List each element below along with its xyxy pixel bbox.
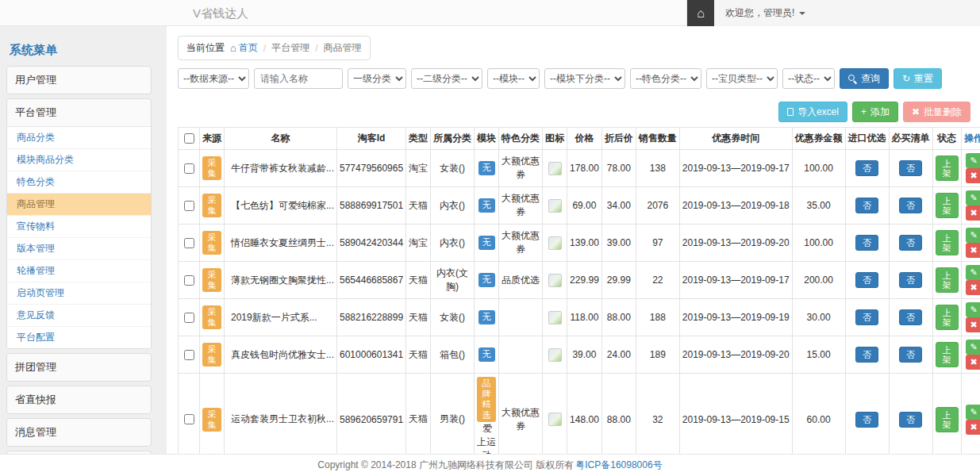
special-category-select[interactable]: --特色分类--	[630, 68, 701, 89]
sidebar-item[interactable]: 商品分类	[7, 127, 151, 149]
source-badge: 采集	[202, 343, 221, 367]
user-menu[interactable]: 欢迎您，管理员!	[714, 0, 805, 26]
module-badge: 无	[478, 273, 495, 286]
status-select[interactable]: --状态--	[782, 68, 835, 89]
cell-price: 229.99	[567, 262, 602, 299]
row-checkbox[interactable]	[184, 313, 194, 323]
delete-button[interactable]: ✖	[966, 355, 980, 370]
add-button-label: 添加	[870, 106, 890, 119]
edit-button[interactable]: ✎	[966, 340, 980, 355]
status-button[interactable]: 上架	[936, 342, 959, 367]
sidebar-item[interactable]: 平台配置	[7, 327, 151, 348]
cell-status: 上架	[932, 336, 961, 374]
search-button[interactable]: 查询	[840, 68, 889, 89]
row-checkbox[interactable]	[184, 414, 194, 424]
import-excel-button[interactable]: 导入excel	[778, 102, 847, 122]
must-buy-toggle[interactable]: 否	[899, 272, 922, 288]
edit-button[interactable]: ✎	[966, 265, 980, 280]
module-subcategory-select[interactable]: --模块下分类--	[544, 68, 625, 89]
import-select-toggle[interactable]: 否	[855, 412, 878, 428]
import-select-toggle[interactable]: 否	[855, 160, 878, 176]
sidebar-group-header[interactable]: 消息管理	[7, 419, 151, 446]
row-checkbox[interactable]	[184, 201, 194, 211]
level1-category-select[interactable]: 一级分类	[348, 68, 406, 89]
cell-status: 上架	[932, 299, 961, 336]
sidebar-item[interactable]: 特色分类	[7, 171, 151, 194]
import-select-toggle[interactable]: 否	[855, 198, 878, 213]
sidebar-group-header[interactable]: 拼团管理	[7, 354, 151, 381]
edit-button[interactable]: ✎	[966, 190, 980, 205]
delete-button[interactable]: ✖	[966, 168, 980, 183]
breadcrumb-home-link[interactable]: ⌂ 首页	[230, 41, 258, 55]
table-row: 采集情侣睡衣女夏丝绸男士...589042420344淘宝内衣()无大额优惠券1…	[179, 225, 980, 262]
sidebar-item[interactable]: 轮播管理	[7, 260, 151, 282]
import-select-toggle[interactable]: 否	[855, 309, 878, 325]
sidebar-item[interactable]: 商品管理	[7, 194, 151, 216]
sidebar-item[interactable]: 意见反馈	[7, 305, 151, 327]
delete-button[interactable]: ✖	[966, 243, 980, 258]
home-icon: ⌂	[697, 6, 705, 21]
cell-coupon_amount: 60.00	[792, 374, 845, 455]
sidebar-group-header[interactable]: 省直快报	[7, 386, 151, 413]
select-all-checkbox[interactable]	[184, 133, 194, 144]
product-thumbnail-icon	[548, 274, 562, 287]
cell-name: 2019新款一片式系...	[225, 299, 337, 336]
sidebar-item[interactable]: 宣传物料	[7, 216, 151, 238]
status-button[interactable]: 上架	[936, 305, 959, 330]
delete-button[interactable]: ✖	[966, 317, 980, 332]
cell-type: 天猫	[406, 374, 431, 455]
topbar-right: ⌂ 欢迎您，管理员!	[686, 0, 980, 26]
column-header-icon: 图标	[543, 128, 567, 150]
row-checkbox[interactable]	[184, 275, 194, 286]
cell-coupon_amount: 30.00	[792, 299, 845, 336]
cell-price: 69.00	[567, 187, 602, 225]
reset-button[interactable]: ↻ 重置	[894, 68, 942, 89]
cell-discount: 24.00	[601, 336, 636, 374]
icp-link[interactable]: 粤ICP备16098006号	[575, 459, 662, 472]
sidebar-item[interactable]: 版本管理	[7, 238, 151, 260]
status-button[interactable]: 上架	[936, 155, 959, 181]
status-button[interactable]: 上架	[936, 267, 959, 293]
source-badge: 采集	[202, 156, 221, 180]
batch-delete-button[interactable]: ✖ 批量删除	[903, 102, 970, 122]
edit-button[interactable]: ✎	[966, 405, 980, 420]
status-button[interactable]: 上架	[936, 193, 959, 218]
delete-button[interactable]: ✖	[966, 205, 980, 221]
cell-category: 箱包()	[431, 336, 475, 374]
cell-special: 大额优惠券	[499, 150, 543, 187]
must-buy-toggle[interactable]: 否	[899, 412, 922, 428]
sidebar-item[interactable]: 启动页管理	[7, 282, 151, 305]
edit-button[interactable]: ✎	[966, 302, 980, 317]
must-buy-toggle[interactable]: 否	[899, 198, 922, 213]
home-button[interactable]: ⌂	[687, 0, 714, 26]
level2-category-select[interactable]: --二级分类--	[411, 68, 482, 89]
name-input[interactable]	[254, 68, 343, 89]
cell-taoke_id: 589620659791	[337, 374, 406, 455]
item-type-select[interactable]: --宝贝类型--	[706, 68, 778, 89]
row-checkbox[interactable]	[184, 350, 194, 360]
data-source-select[interactable]: --数据来源--	[178, 68, 249, 89]
delete-button[interactable]: ✖	[966, 420, 980, 435]
cell-checkbox	[179, 187, 200, 225]
column-header-actions: 操作	[961, 128, 980, 150]
must-buy-toggle[interactable]: 否	[899, 309, 922, 325]
must-buy-toggle[interactable]: 否	[899, 160, 922, 176]
import-select-toggle[interactable]: 否	[855, 347, 878, 363]
sidebar-group-header[interactable]: 平台管理	[7, 99, 151, 126]
sidebar-item[interactable]: 模块商品分类	[7, 149, 151, 171]
must-buy-toggle[interactable]: 否	[899, 347, 922, 363]
module-select[interactable]: --模块--	[487, 68, 540, 89]
delete-button[interactable]: ✖	[966, 280, 980, 295]
row-checkbox[interactable]	[184, 238, 194, 248]
edit-button[interactable]: ✎	[966, 228, 980, 243]
import-select-toggle[interactable]: 否	[855, 272, 878, 288]
edit-button[interactable]: ✎	[966, 153, 980, 168]
must-buy-toggle[interactable]: 否	[899, 235, 922, 251]
add-button[interactable]: + 添加	[852, 102, 898, 122]
row-checkbox[interactable]	[184, 163, 194, 174]
sidebar-group-header[interactable]: 用户管理	[7, 67, 151, 94]
status-button[interactable]: 上架	[936, 230, 959, 255]
product-thumbnail-icon	[548, 413, 562, 426]
import-select-toggle[interactable]: 否	[855, 235, 878, 251]
status-button[interactable]: 上架	[936, 407, 959, 432]
